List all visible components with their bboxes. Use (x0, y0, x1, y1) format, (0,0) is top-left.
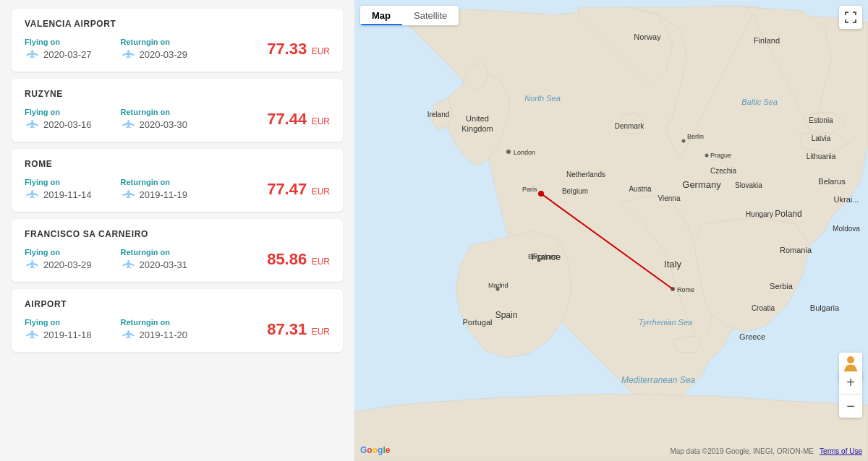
outbound-plane-icon (25, 190, 39, 200)
svg-text:Berlin: Berlin (687, 133, 704, 140)
price-currency: EUR (312, 186, 330, 197)
return-date-group: Returngin on 2019-11-20 (121, 318, 188, 340)
flight-dates: Flying on 2019-11-18 Returngin on 2019-1… (25, 318, 187, 340)
flying-date-row: 2019-11-18 (25, 329, 92, 340)
airport-name: VALENCIA AIRPORT (25, 19, 330, 29)
svg-text:Belarus: Belarus (818, 177, 846, 186)
svg-text:Poland: Poland (775, 209, 801, 219)
airport-name: RUZYNE (25, 89, 330, 99)
svg-point-45 (705, 154, 709, 158)
svg-text:Vienna: Vienna (658, 194, 681, 202)
flying-date: 2020-03-29 (43, 259, 92, 270)
price-block: 77.44 EUR (267, 110, 330, 129)
return-date-group: Returngin on 2020-03-31 (121, 248, 188, 270)
return-date-group: Returngin on 2020-03-30 (121, 108, 188, 130)
svg-text:Austria: Austria (629, 185, 652, 193)
svg-point-35 (506, 150, 511, 154)
zoom-out-button[interactable]: − (839, 395, 862, 418)
return-date-group: Returngin on 2019-11-19 (121, 178, 188, 200)
flight-card-francisco[interactable]: FRANCISCO SA CARNEIRO Flying on 2020-03-… (12, 219, 343, 282)
map-background: Norway Finland Estonia Latvia Lithuania … (354, 0, 868, 461)
returning-date-row: 2020-03-29 (121, 49, 188, 60)
map-attribution: Map data ©2019 Google, INEGI, ORION-ME T… (670, 447, 862, 455)
returning-date: 2019-11-20 (140, 329, 188, 340)
svg-text:Germany: Germany (682, 179, 721, 190)
svg-text:Belgium: Belgium (562, 187, 588, 195)
svg-point-51 (847, 356, 854, 363)
svg-text:Netherlands: Netherlands (566, 171, 605, 178)
returning-date: 2019-11-19 (140, 189, 188, 200)
flight-info-row: Flying on 2019-11-18 Returngin on 2019-1… (25, 318, 330, 340)
svg-text:Madrid: Madrid (488, 282, 509, 289)
flight-info-row: Flying on 2020-03-16 Returngin on 2020-0… (25, 108, 330, 130)
outbound-date-group: Flying on 2020-03-29 (25, 248, 92, 270)
flying-date: 2020-03-16 (43, 119, 92, 130)
svg-text:Hungary: Hungary (746, 210, 773, 218)
airport-name: AIRPORT (25, 299, 330, 309)
svg-text:Tyrrhenian Sea: Tyrrhenian Sea (639, 318, 692, 327)
svg-text:Kingdom: Kingdom (461, 124, 493, 133)
svg-text:United: United (466, 114, 489, 123)
svg-text:Greece: Greece (739, 332, 765, 341)
flight-card-ruzyne[interactable]: RUZYNE Flying on 2020-03-16 Returngin on (12, 79, 343, 142)
zoom-controls: + − (839, 371, 862, 418)
price-amount: 77.47 (267, 180, 307, 198)
svg-text:Ireland: Ireland (427, 111, 450, 119)
price-currency: EUR (312, 116, 330, 126)
return-plane-icon (121, 120, 135, 130)
svg-text:Ukrai...: Ukrai... (834, 195, 859, 204)
return-date-group: Returngin on 2020-03-29 (121, 38, 188, 60)
flying-date-row: 2020-03-29 (25, 259, 92, 270)
flight-card-rome[interactable]: ROME Flying on 2019-11-14 Returngin on (12, 149, 343, 212)
outbound-date-group: Flying on 2020-03-27 (25, 38, 92, 60)
price-amount: 77.33 (267, 40, 307, 58)
zoom-in-button[interactable]: + (839, 371, 862, 395)
svg-text:Rome: Rome (677, 286, 694, 293)
price-block: 87.31 EUR (267, 320, 330, 339)
outbound-date-group: Flying on 2019-11-14 (25, 178, 92, 200)
outbound-plane-icon (25, 330, 39, 340)
price-currency: EUR (312, 257, 330, 267)
svg-text:Latvia: Latvia (812, 134, 831, 142)
svg-text:Portugal: Portugal (463, 318, 493, 327)
svg-text:Barcelona: Barcelona (528, 253, 558, 260)
returning-date: 2020-03-31 (140, 259, 188, 270)
returning-label: Returngin on (121, 38, 188, 46)
flight-card-valencia[interactable]: VALENCIA AIRPORT Flying on 2020-03-27 Re… (12, 9, 343, 72)
svg-text:Estonia: Estonia (809, 116, 833, 124)
svg-text:Romania: Romania (780, 246, 812, 254)
outbound-date-group: Flying on 2020-03-16 (25, 108, 92, 130)
flight-list-panel: VALENCIA AIRPORT Flying on 2020-03-27 Re… (0, 0, 354, 461)
return-plane-icon (121, 260, 135, 270)
return-plane-icon (121, 50, 135, 60)
svg-text:North Sea: North Sea (524, 94, 561, 103)
returning-date-row: 2020-03-30 (121, 119, 188, 130)
airport-name: FRANCISCO SA CARNEIRO (25, 229, 330, 239)
terms-of-use-link[interactable]: Terms of Use (820, 447, 862, 455)
map-tab-map[interactable]: Map (360, 6, 402, 25)
price-amount: 77.44 (267, 110, 307, 128)
svg-text:Serbia: Serbia (770, 282, 793, 290)
flight-card-airport[interactable]: AIRPORT Flying on 2019-11-18 Returngin o… (12, 289, 343, 352)
svg-text:Croatia: Croatia (752, 304, 775, 312)
flying-date: 2020-03-27 (43, 49, 92, 60)
flying-date: 2019-11-14 (43, 189, 92, 200)
returning-date-row: 2020-03-31 (121, 259, 188, 270)
map-tab-satellite[interactable]: Satellite (402, 6, 459, 25)
flying-label: Flying on (25, 248, 92, 257)
flying-date-row: 2019-11-14 (25, 189, 92, 200)
flight-info-row: Flying on 2020-03-27 Returngin on 2020-0… (25, 38, 330, 60)
flight-dates: Flying on 2020-03-27 Returngin on 2020-0… (25, 38, 187, 60)
svg-text:Norway: Norway (634, 33, 661, 41)
flying-label: Flying on (25, 108, 92, 116)
flight-dates: Flying on 2019-11-14 Returngin on 2019-1… (25, 178, 187, 200)
svg-text:Denmark: Denmark (615, 122, 645, 130)
svg-text:Slovakia: Slovakia (735, 181, 762, 189)
price-amount: 87.31 (267, 320, 307, 338)
flying-label: Flying on (25, 38, 92, 46)
price-block: 77.47 EUR (267, 180, 330, 199)
flight-info-row: Flying on 2019-11-14 Returngin on 2019-1… (25, 178, 330, 200)
flying-date: 2019-11-18 (43, 329, 92, 340)
outbound-plane-icon (25, 260, 39, 270)
fullscreen-button[interactable] (839, 6, 862, 29)
